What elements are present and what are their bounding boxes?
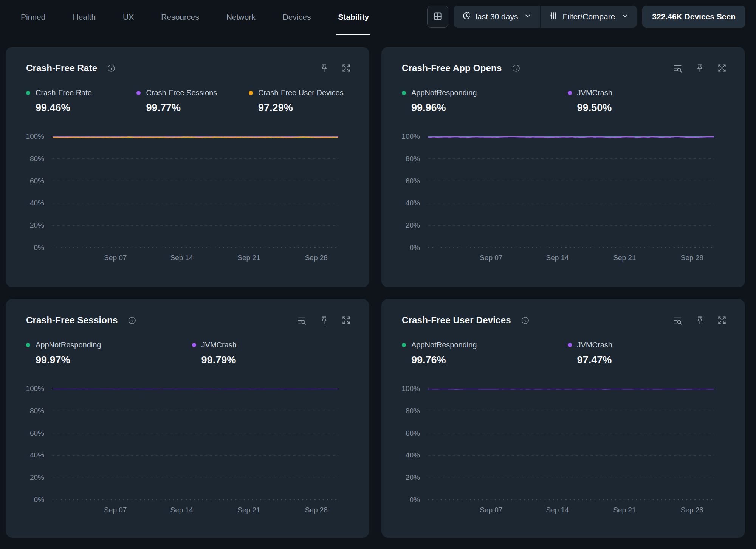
x-axis-tick: Sep 21 xyxy=(237,506,260,514)
legend-dot xyxy=(249,91,253,95)
legend-item-1: AppNotResponding99.97% xyxy=(26,341,192,366)
maximize-icon[interactable] xyxy=(717,63,727,73)
info-icon[interactable] xyxy=(128,316,136,325)
nav-tab-stability[interactable]: Stability xyxy=(336,0,370,35)
layout-grid-button[interactable] xyxy=(427,6,448,28)
panel-header: Crash-Free Rate xyxy=(26,62,351,74)
legend-item-2: Crash-Free Sessions99.77% xyxy=(136,88,249,114)
series-line-Crash-Free Sessions xyxy=(53,136,338,137)
legend-dot xyxy=(26,343,30,347)
legend-label-row: Crash-Free Sessions xyxy=(136,88,249,97)
nav-tab-devices[interactable]: Devices xyxy=(281,0,313,35)
legend-series-name: AppNotResponding xyxy=(36,341,101,349)
legend-label-row: Crash-Free Rate xyxy=(26,88,136,97)
line-chart: 100%80%60%40%20%0%Sep 07Sep 14Sep 21Sep … xyxy=(26,389,351,515)
panel-crash-free-rate: Crash-Free RateCrash-Free Rate99.46%Cras… xyxy=(6,47,369,287)
series-line-JVMCrash xyxy=(53,389,338,389)
nav-tab-resources[interactable]: Resources xyxy=(160,0,200,35)
legend-series-value: 99.97% xyxy=(36,354,192,366)
x-axis-tick: Sep 14 xyxy=(546,254,569,262)
panel-crash-free-user-devices: Crash-Free User DevicesAppNotResponding9… xyxy=(381,299,745,538)
y-axis-tick: 0% xyxy=(34,496,44,504)
top-nav: PinnedHealthUXResourcesNetworkDevicesSta… xyxy=(0,0,756,35)
x-axis-tick: Sep 14 xyxy=(546,506,569,514)
time-range-button[interactable]: last 30 days xyxy=(454,6,540,28)
x-axis-tick: Sep 14 xyxy=(170,254,193,262)
x-axis-tick: Sep 07 xyxy=(480,506,502,514)
maximize-icon[interactable] xyxy=(717,315,727,325)
x-axis: Sep 07Sep 14Sep 21Sep 28 xyxy=(53,506,338,515)
panel-title: Crash-Free App Opens xyxy=(402,63,502,73)
x-axis-tick: Sep 28 xyxy=(305,254,328,262)
x-axis: Sep 07Sep 14Sep 21Sep 28 xyxy=(428,254,714,263)
panel-header: Crash-Free Sessions xyxy=(26,314,351,326)
info-icon[interactable] xyxy=(521,316,530,325)
y-axis-tick: 100% xyxy=(26,385,44,393)
legend-series-name: JVMCrash xyxy=(577,341,612,349)
legend-label-row: JVMCrash xyxy=(568,341,727,349)
plot-area-wrap: Sep 07Sep 14Sep 21Sep 28 xyxy=(53,389,338,515)
list-search-icon[interactable] xyxy=(672,315,683,326)
x-axis-tick: Sep 07 xyxy=(480,254,502,262)
y-axis-tick: 40% xyxy=(30,451,44,459)
chevron-down-icon xyxy=(524,12,531,22)
info-icon[interactable] xyxy=(512,64,521,73)
y-axis: 100%80%60%40%20%0% xyxy=(402,389,420,500)
list-search-icon[interactable] xyxy=(672,63,683,73)
y-axis-tick: 40% xyxy=(406,451,420,459)
time-range-label: last 30 days xyxy=(476,12,518,21)
legend-series-value: 99.46% xyxy=(36,102,136,114)
x-axis-tick: Sep 28 xyxy=(305,506,328,514)
x-axis-tick: Sep 14 xyxy=(170,506,193,514)
legend-series-value: 99.76% xyxy=(411,354,568,366)
x-axis-tick: Sep 07 xyxy=(104,506,127,514)
y-axis: 100%80%60%40%20%0% xyxy=(26,136,44,248)
panel-crash-free-app-opens: Crash-Free App OpensAppNotResponding99.9… xyxy=(381,47,745,287)
y-axis-tick: 60% xyxy=(30,429,44,437)
pin-icon[interactable] xyxy=(319,63,329,73)
y-axis-tick: 80% xyxy=(406,407,420,415)
legend-dot xyxy=(568,91,572,95)
legend-series-value: 99.79% xyxy=(201,354,351,366)
plot-area[interactable] xyxy=(428,389,714,500)
legend-item-2: JVMCrash99.50% xyxy=(568,88,727,114)
y-axis: 100%80%60%40%20%0% xyxy=(26,389,44,500)
pin-icon[interactable] xyxy=(695,315,705,326)
panel-actions xyxy=(672,63,727,73)
legend-label-row: AppNotResponding xyxy=(26,341,192,349)
legend: AppNotResponding99.96%JVMCrash99.50% xyxy=(402,88,727,114)
nav-tab-network[interactable]: Network xyxy=(225,0,257,35)
panel-header: Crash-Free App Opens xyxy=(402,62,727,74)
x-axis-tick: Sep 28 xyxy=(681,506,703,514)
panel-actions xyxy=(319,63,351,73)
series-line-JVMCrash xyxy=(428,137,714,137)
grid-icon xyxy=(433,11,443,22)
info-icon[interactable] xyxy=(107,64,116,73)
nav-tab-ux[interactable]: UX xyxy=(121,0,135,35)
nav-tab-health[interactable]: Health xyxy=(71,0,97,35)
x-axis-tick: Sep 21 xyxy=(613,506,636,514)
line-chart: 100%80%60%40%20%0%Sep 07Sep 14Sep 21Sep … xyxy=(402,136,727,263)
line-chart: 100%80%60%40%20%0%Sep 07Sep 14Sep 21Sep … xyxy=(26,136,351,263)
maximize-icon[interactable] xyxy=(341,315,351,325)
plot-area[interactable] xyxy=(53,389,338,500)
legend: AppNotResponding99.76%JVMCrash97.47% xyxy=(402,341,727,366)
pin-icon[interactable] xyxy=(695,63,705,73)
plot-area[interactable] xyxy=(428,136,714,248)
list-search-icon[interactable] xyxy=(297,315,307,326)
legend-item-2: JVMCrash97.47% xyxy=(568,341,727,366)
nav-tab-pinned[interactable]: Pinned xyxy=(19,0,47,35)
legend-dot xyxy=(26,91,30,95)
legend-series-value: 99.50% xyxy=(577,102,727,114)
filter-compare-button[interactable]: Filter/Compare xyxy=(541,6,637,28)
y-axis-tick: 20% xyxy=(406,221,420,230)
series-line-JVMCrash xyxy=(428,389,714,389)
plot-area-wrap: Sep 07Sep 14Sep 21Sep 28 xyxy=(428,136,714,263)
y-axis-tick: 0% xyxy=(410,496,420,504)
maximize-icon[interactable] xyxy=(341,63,351,73)
pin-icon[interactable] xyxy=(319,315,329,326)
legend-item-2: JVMCrash99.79% xyxy=(192,341,351,366)
y-axis-tick: 100% xyxy=(401,385,420,393)
plot-area[interactable] xyxy=(53,136,338,248)
filter-compare-label: Filter/Compare xyxy=(562,12,615,21)
